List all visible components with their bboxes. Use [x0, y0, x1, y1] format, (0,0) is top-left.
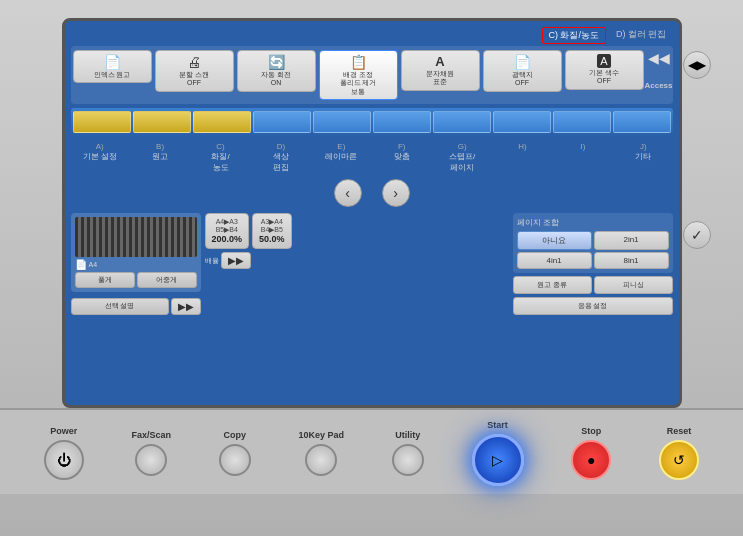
neg-pos-icon: A: [597, 54, 610, 68]
function-buttons-row: 📄 인덱스 원고 🖨 분할 스캔OFF 🔄 자동 회전ON 📋 배경 조정폴리드…: [71, 46, 673, 104]
func-label-auto-rotate: 자동 회전ON: [261, 71, 291, 88]
utility-button[interactable]: [392, 444, 424, 476]
combine-btn-4in1[interactable]: 4in1: [517, 252, 592, 269]
stop-button[interactable]: ●: [571, 440, 611, 480]
size-btn-full[interactable]: 풀게: [75, 272, 135, 288]
power-button[interactable]: ⏻: [44, 440, 84, 480]
fax-scan-group: Fax/Scan: [132, 430, 172, 476]
func-label-index: 인덱스 원고: [94, 71, 131, 79]
copy-button[interactable]: [219, 444, 251, 476]
finish-btn-finishing[interactable]: 피니싱: [594, 276, 673, 294]
scale-btn-a3-a4[interactable]: A3▶A4B4▶B5 50.0%: [252, 213, 292, 249]
tab-f[interactable]: F) 맞춤: [373, 140, 431, 175]
auto-rotate-icon: 🔄: [268, 54, 285, 70]
combine-btn-2in1[interactable]: 2in1: [594, 231, 669, 250]
tab-j[interactable]: J) 기타: [614, 140, 672, 175]
tab-d[interactable]: D) 색상편집: [252, 140, 310, 175]
scale-label-a3-a4: A3▶A4B4▶B5: [259, 218, 285, 234]
func-label-char-fill: 문자채원표준: [426, 70, 454, 87]
func-btn-exposure[interactable]: 📄 광택지OFF: [483, 50, 562, 92]
nav-prev-btn[interactable]: ‹: [334, 179, 362, 207]
filmstrip: [71, 108, 673, 136]
filmstrip-cell-7: [433, 111, 491, 133]
tab-c-name: 화질/농도: [211, 151, 229, 173]
tab-g[interactable]: G) 스텝프/페이지: [433, 140, 491, 175]
tab-j-letter: J): [640, 142, 647, 151]
finish-btn-copy[interactable]: 원고 종류: [513, 276, 592, 294]
exposure-icon: 📄: [514, 54, 531, 70]
tab-b-name: 원고: [152, 151, 168, 162]
power-group: Power ⏻: [44, 426, 84, 480]
func-btn-char-fill[interactable]: A 문자채원표준: [401, 50, 480, 91]
settings-btn[interactable]: 응용 설정: [513, 297, 673, 315]
tab-g-name: 스텝프/페이지: [449, 151, 475, 173]
tab-a-letter: A): [96, 142, 104, 151]
scroll-side-btn[interactable]: ◀▶: [683, 51, 711, 79]
hardware-buttons-row: Power ⏻ Fax/Scan Copy 10Key Pad Utility …: [0, 408, 743, 494]
scale-btn-a4-a3[interactable]: A4▶A3B5▶B4 200.0%: [205, 213, 250, 249]
preview-box: 📄 A4 풀게 어중게: [71, 213, 201, 292]
filmstrip-cell-active: [73, 111, 131, 133]
func-btn-split-scan[interactable]: 🖨 분할 스캔OFF: [155, 50, 234, 92]
tenkey-group: 10Key Pad: [299, 430, 345, 476]
copy-label: Copy: [224, 430, 247, 440]
combine-title: 페이지 조합: [517, 217, 669, 228]
fax-scan-label: Fax/Scan: [132, 430, 172, 440]
filmstrip-cell-5: [313, 111, 371, 133]
left-panel: 📄 A4 풀게 어중게 선택 설명 ▶▶: [71, 213, 201, 315]
tab-i[interactable]: I): [554, 140, 612, 175]
func-btn-neg-pos[interactable]: A 기본 색수OFF: [565, 50, 644, 90]
func-btn-auto-rotate[interactable]: 🔄 자동 회전ON: [237, 50, 316, 92]
filmstrip-cell-8: [493, 111, 551, 133]
fax-scan-button[interactable]: [135, 444, 167, 476]
filmstrip-cell-9: [553, 111, 611, 133]
tab-e[interactable]: E) 레이마른: [312, 140, 370, 175]
finish-row: 원고 종류 피니싱: [513, 276, 673, 294]
start-button[interactable]: ▷: [472, 434, 524, 486]
nav-next-btn[interactable]: ›: [382, 179, 410, 207]
size-controls: 풀게 어중게: [75, 272, 197, 288]
select-arrow[interactable]: ▶▶: [171, 298, 201, 315]
page-combine-section: 페이지 조합 아니요 2in1 4in1 8in1: [513, 213, 673, 273]
select-row: 선택 설명 ▶▶: [71, 298, 201, 315]
section-d-label: D) 컬러 편집: [610, 27, 673, 44]
tab-i-letter: I): [581, 142, 586, 151]
reset-button[interactable]: ↺: [659, 440, 699, 480]
combine-buttons: 아니요 2in1 4in1 8in1: [517, 231, 669, 269]
combine-btn-no[interactable]: 아니요: [517, 231, 592, 250]
scroll-right-btn[interactable]: ◀◀: [647, 50, 671, 66]
tab-b[interactable]: B) 원고: [131, 140, 189, 175]
paper-size-label: A4: [89, 261, 98, 268]
tab-c[interactable]: C) 화질/농도: [191, 140, 249, 175]
tab-j-name: 기타: [635, 151, 651, 162]
select-btn[interactable]: 선택 설명: [71, 298, 169, 315]
tab-h[interactable]: H): [493, 140, 551, 175]
stop-label: Stop: [581, 426, 601, 436]
combine-btn-8in1[interactable]: 8in1: [594, 252, 669, 269]
paper-icon: 📄: [75, 259, 87, 270]
func-btn-index[interactable]: 📄 인덱스 원고: [73, 50, 152, 83]
ratio-arrow[interactable]: ▶▶: [221, 252, 251, 269]
power-label: Power: [50, 426, 77, 436]
func-label-neg-pos: 기본 색수OFF: [589, 69, 619, 86]
size-btn-medium[interactable]: 어중게: [137, 272, 197, 288]
scale-row: A4▶A3B5▶B4 200.0% A3▶A4B4▶B5 50.0%: [205, 213, 509, 249]
filmstrip-cell-10: [613, 111, 671, 133]
func-btn-bg-adjust[interactable]: 📋 배경 조정폴리드 제거보통: [319, 50, 398, 100]
tab-a[interactable]: A) 기본 설정: [71, 140, 129, 175]
scroll-right-icon: ◀◀: [648, 50, 670, 66]
copy-group: Copy: [219, 430, 251, 476]
tenkey-label: 10Key Pad: [299, 430, 345, 440]
ratio-section: 배율 ▶▶: [205, 252, 509, 269]
func-label-split-scan: 분할 스캔OFF: [179, 71, 209, 88]
scale-value-200: 200.0%: [212, 234, 243, 244]
tenkey-button[interactable]: [305, 444, 337, 476]
utility-label: Utility: [395, 430, 420, 440]
nav-row: ‹ ›: [71, 179, 673, 207]
ratio-label: 배율: [205, 256, 219, 266]
tab-d-letter: D): [277, 142, 285, 151]
section-c-label: C) 화질/농도: [542, 27, 607, 44]
check-btn[interactable]: ✓: [683, 221, 711, 249]
screen: C) 화질/농도 D) 컬러 편집 📄 인덱스 원고 🖨 분할 스캔OFF 🔄 …: [62, 18, 682, 408]
reset-label: Reset: [667, 426, 692, 436]
